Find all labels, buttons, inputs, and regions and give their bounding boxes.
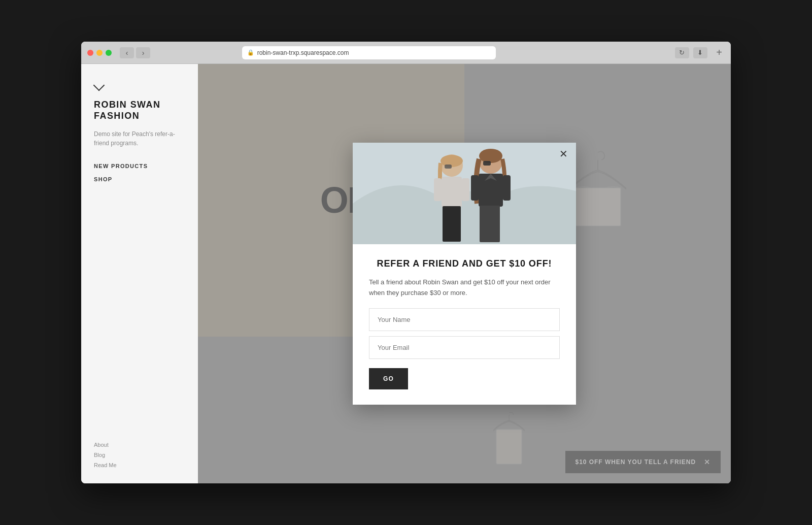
svg-rect-15	[462, 178, 469, 201]
sidebar: ROBIN SWAN FASHION Demo site for Peach's…	[81, 64, 198, 483]
main-content: OF	[198, 64, 731, 483]
sidebar-footer: About Blog Read Me	[94, 442, 185, 468]
svg-rect-21	[471, 175, 479, 201]
arrow-icon	[93, 80, 105, 91]
svg-rect-20	[479, 174, 503, 207]
sidebar-nav: NEW PRODUCTS SHOP	[94, 163, 185, 182]
lock-icon: 🔒	[247, 49, 254, 56]
svg-point-11	[441, 155, 463, 167]
modal-overlay: ✕	[198, 64, 731, 483]
nav-buttons: ‹ ›	[120, 47, 150, 58]
maximize-traffic-light[interactable]	[106, 50, 112, 56]
close-traffic-light[interactable]	[87, 50, 93, 56]
url-text: robin-swan-trxp.squarespace.com	[257, 49, 349, 56]
squarespace-icon	[94, 79, 104, 89]
browser-titlebar: ‹ › 🔒 robin-swan-trxp.squarespace.com ↻ …	[81, 42, 731, 64]
modal-dialog: ✕	[353, 143, 576, 405]
modal-body: REFER A FRIEND AND GET $10 OFF! Tell a f…	[353, 244, 576, 405]
modal-image	[353, 143, 576, 244]
footer-link-about[interactable]: About	[94, 442, 185, 448]
back-button[interactable]: ‹	[120, 47, 134, 58]
svg-rect-16	[443, 206, 461, 242]
svg-rect-23	[480, 206, 500, 242]
footer-link-blog[interactable]: Blog	[94, 452, 185, 458]
svg-point-18	[479, 149, 502, 163]
forward-button[interactable]: ›	[136, 47, 150, 58]
sidebar-item-new-products[interactable]: NEW PRODUCTS	[94, 163, 185, 169]
modal-photo	[353, 143, 576, 244]
submit-button[interactable]: GO	[369, 368, 408, 389]
svg-rect-14	[434, 178, 442, 201]
email-input[interactable]	[369, 336, 560, 359]
footer-link-readme[interactable]: Read Me	[94, 462, 185, 468]
minimize-traffic-light[interactable]	[96, 50, 103, 56]
site-tagline: Demo site for Peach's refer-a-friend pro…	[94, 129, 185, 148]
sidebar-item-shop[interactable]: SHOP	[94, 176, 185, 182]
new-tab-button[interactable]: +	[714, 47, 725, 58]
address-bar[interactable]: 🔒 robin-swan-trxp.squarespace.com	[242, 46, 496, 59]
browser-actions: ↻ ⬇	[675, 47, 707, 58]
download-button[interactable]: ⬇	[693, 47, 707, 58]
svg-rect-19	[483, 161, 491, 166]
modal-close-button[interactable]: ✕	[559, 149, 568, 159]
modal-title: REFER A FRIEND AND GET $10 OFF!	[369, 258, 560, 269]
browser-window: ‹ › 🔒 robin-swan-trxp.squarespace.com ↻ …	[81, 42, 731, 483]
page-content: ROBIN SWAN FASHION Demo site for Peach's…	[81, 64, 731, 483]
svg-rect-13	[442, 177, 462, 207]
name-input[interactable]	[369, 308, 560, 331]
modal-description: Tell a friend about Robin Swan and get $…	[369, 277, 560, 299]
site-title: ROBIN SWAN FASHION	[94, 100, 185, 121]
svg-rect-12	[445, 165, 452, 169]
traffic-lights	[87, 50, 112, 56]
svg-rect-22	[503, 175, 511, 201]
refresh-button[interactable]: ↻	[675, 47, 689, 58]
